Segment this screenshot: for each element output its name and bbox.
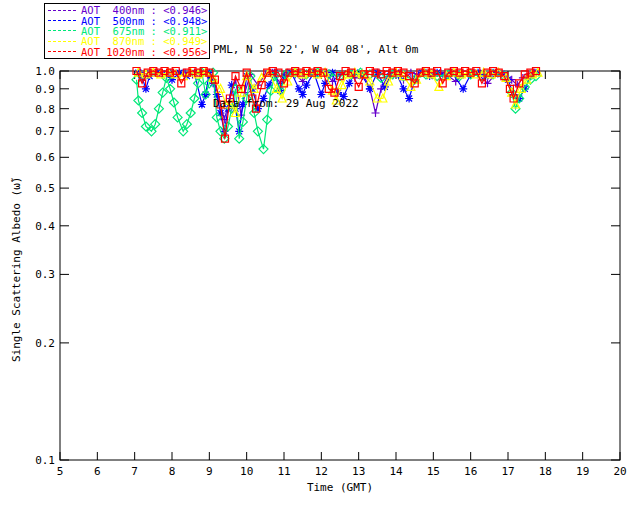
legend-item-0: AOT 400nm : <0.946>: [48, 5, 206, 15]
plot-page: 5678910111213141516171819201.00.90.80.70…: [0, 0, 640, 512]
x-tick-label: 18: [539, 465, 552, 478]
x-tick-label: 6: [94, 465, 101, 478]
legend-box: AOT 400nm : <0.946>AOT 500nm : <0.948>AO…: [44, 3, 210, 59]
legend-line-sample: [48, 30, 76, 31]
y-tick-label: 0.2: [35, 337, 55, 350]
title-block: PML, N 50 22', W 04 08', Alt 0m Data fro…: [213, 5, 418, 149]
y-tick-label: 0.4: [35, 220, 55, 233]
site-title: PML, N 50 22', W 04 08', Alt 0m: [213, 41, 418, 59]
x-tick-label: 10: [240, 465, 253, 478]
x-tick-label: 7: [131, 465, 138, 478]
x-tick-label: 19: [576, 465, 589, 478]
y-axis-label: Single Scattering Albedo (ω̃): [10, 177, 23, 362]
legend-label: AOT 1020nm : <0.956>: [81, 47, 207, 57]
y-tick-label: 1.0: [35, 65, 55, 78]
x-tick-label: 16: [464, 465, 477, 478]
x-tick-label: 14: [389, 465, 403, 478]
x-tick-label: 13: [352, 465, 365, 478]
x-axis-label: Time (GMT): [0, 481, 640, 494]
y-tick-label: 0.5: [35, 182, 55, 195]
x-tick-label: 12: [315, 465, 328, 478]
legend-label: AOT 400nm : <0.946>: [81, 5, 207, 15]
x-tick-label: 11: [277, 465, 290, 478]
x-tick-label: 17: [501, 465, 514, 478]
y-tick-label: 0.1: [35, 454, 55, 467]
legend-line-sample: [48, 20, 76, 21]
x-tick-label: 8: [169, 465, 176, 478]
y-tick-label: 0.3: [35, 268, 55, 281]
date-title: Data from: 29 Aug 2022: [213, 95, 418, 113]
legend-item-4: AOT 1020nm : <0.956>: [48, 47, 206, 57]
legend-item-3: AOT 870nm : <0.949>: [48, 36, 206, 46]
y-tick-label: 0.6: [35, 151, 55, 164]
x-tick-label: 5: [57, 465, 64, 478]
y-tick-label: 0.8: [35, 103, 55, 116]
legend-line-sample: [48, 51, 76, 52]
x-tick-label: 20: [613, 465, 626, 478]
x-tick-label: 15: [427, 465, 440, 478]
legend-line-sample: [48, 10, 76, 11]
legend-line-sample: [48, 41, 76, 42]
y-tick-label: 0.7: [35, 125, 55, 138]
legend-label: AOT 870nm : <0.949>: [81, 36, 207, 46]
x-tick-label: 9: [206, 465, 213, 478]
y-tick-label: 0.9: [35, 83, 55, 96]
